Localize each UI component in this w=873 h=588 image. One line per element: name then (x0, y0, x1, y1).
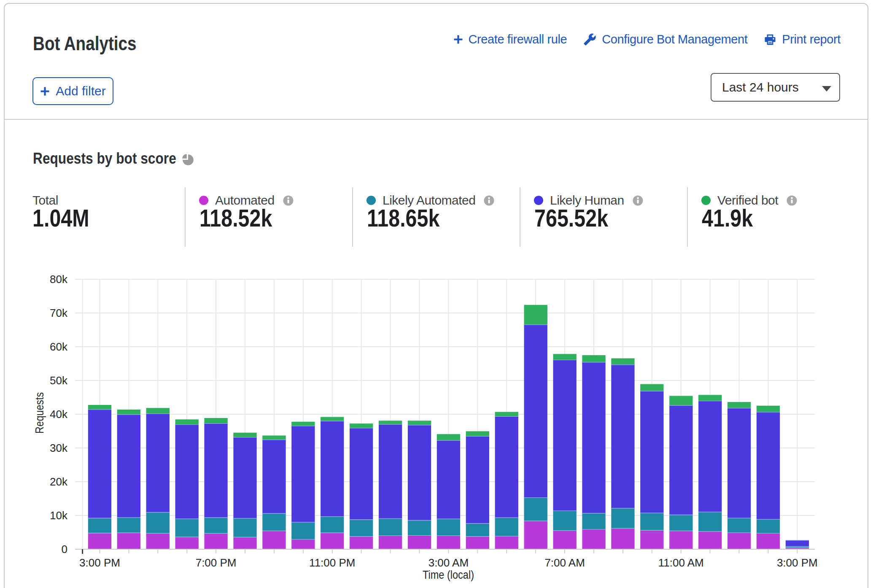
svg-text:30k: 30k (50, 442, 68, 454)
svg-text:3:00 AM: 3:00 AM (428, 556, 469, 569)
svg-text:Time (local): Time (local) (423, 569, 474, 581)
svg-text:80k: 80k (50, 273, 68, 286)
svg-text:0: 0 (62, 543, 67, 556)
svg-text:60k: 60k (50, 340, 68, 353)
svg-text:50k: 50k (50, 374, 68, 387)
svg-text:40k: 40k (50, 408, 68, 421)
svg-text:20k: 20k (50, 475, 68, 488)
svg-text:11:00 AM: 11:00 AM (658, 556, 704, 569)
svg-text:7:00 AM: 7:00 AM (544, 556, 585, 569)
svg-text:Requests: Requests (33, 392, 46, 434)
svg-text:3:00 PM: 3:00 PM (777, 556, 818, 569)
svg-text:3:00 PM: 3:00 PM (79, 556, 120, 569)
svg-text:10k: 10k (50, 509, 68, 522)
svg-text:70k: 70k (50, 307, 68, 319)
svg-text:11:00 PM: 11:00 PM (309, 556, 355, 569)
svg-text:7:00 PM: 7:00 PM (196, 556, 237, 569)
